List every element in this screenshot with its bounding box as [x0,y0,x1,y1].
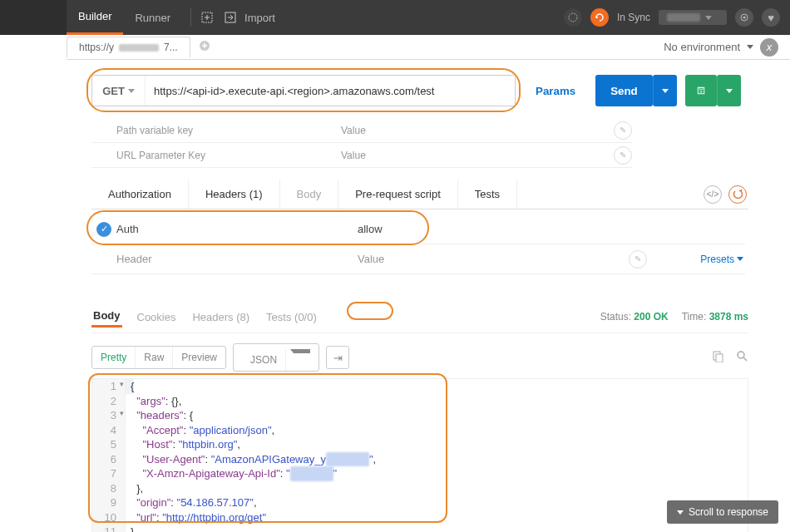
search-icon[interactable] [736,350,748,365]
edit-icon[interactable]: ✎ [614,146,632,165]
path-var-value[interactable]: Value [341,125,590,136]
svg-point-12 [700,91,703,93]
resp-tab-tests[interactable]: Tests (0/0) [264,308,318,327]
params-button[interactable]: Params [524,75,587,106]
env-quicklook-icon[interactable]: x [760,38,778,57]
new-tab-icon[interactable] [200,10,215,25]
response-body[interactable]: 1▾{ 2 "args": {}, 3▾ "headers": { 4 "Acc… [91,378,748,532]
user-menu[interactable] [659,10,727,25]
view-preview[interactable]: Preview [173,347,225,368]
scroll-to-response-button[interactable]: Scroll to response [667,500,778,524]
wrap-icon[interactable]: ⇥ [326,346,349,369]
header-key-new[interactable]: Header [116,253,358,265]
header-enabled-check[interactable]: ✓ [96,222,111,237]
view-pretty[interactable]: Pretty [92,347,136,368]
path-var-key[interactable]: Path variable key [91,125,341,136]
tab-body[interactable]: Body [280,180,339,209]
view-mode-segment: Pretty Raw Preview [91,346,226,369]
save-dropdown[interactable] [717,75,741,106]
url-param-value[interactable]: Value [341,150,590,161]
svg-point-4 [569,13,577,22]
tab-builder[interactable]: Builder [67,0,123,35]
url-input[interactable] [146,76,515,106]
interceptor-icon[interactable] [564,8,582,27]
presets-link[interactable]: Presets [700,254,745,265]
resp-tab-headers[interactable]: Headers (8) [190,308,251,327]
url-param-key[interactable]: URL Parameter Key [91,150,341,161]
code-icon[interactable]: </> [704,185,722,204]
edit-icon[interactable]: ✎ [629,250,647,268]
tab-authorization[interactable]: Authorization [91,180,189,209]
save-icon [697,84,705,97]
svg-rect-14 [716,354,723,362]
import-label[interactable]: Import [244,12,275,24]
svg-line-16 [743,357,747,361]
send-button[interactable]: Send [595,75,653,106]
heart-icon[interactable]: ♥ [762,8,780,27]
send-dropdown[interactable] [653,75,677,106]
reset-icon[interactable] [728,185,747,204]
svg-point-15 [738,352,744,358]
chevron-down-icon [747,45,753,49]
format-select[interactable]: JSON [233,343,319,372]
http-method-select[interactable]: GET [92,76,146,106]
tab-prerequest[interactable]: Pre-request script [338,180,458,209]
sync-label: In Sync [617,12,650,23]
add-request-tab[interactable] [199,40,210,55]
tab-headers[interactable]: Headers (1) [189,180,280,209]
header-key-1[interactable]: Auth [116,223,358,235]
status-value: 200 OK [634,311,668,323]
copy-icon[interactable] [712,350,724,365]
top-navbar: Builder Runner Import In Sync ♥ [0,0,790,35]
request-tab-1[interactable]: https://y7... [67,37,190,57]
settings-icon[interactable] [735,8,753,27]
edit-icon[interactable]: ✎ [614,121,632,140]
resp-tab-body[interactable]: Body [91,306,122,328]
time-value: 3878 ms [709,311,748,323]
svg-point-6 [743,17,746,19]
save-button[interactable] [685,75,717,106]
tab-runner[interactable]: Runner [123,0,182,35]
tab-tests[interactable]: Tests [458,180,517,209]
header-value-1[interactable]: allow [358,223,607,235]
header-value-new[interactable]: Value [358,253,607,265]
request-tabbar: https://y7... No environment x [0,35,790,60]
view-raw[interactable]: Raw [136,347,173,368]
import-icon[interactable] [223,10,238,25]
environment-select[interactable]: No environment [664,41,740,53]
resp-tab-cookies[interactable]: Cookies [136,308,178,327]
sync-icon[interactable] [590,8,609,27]
